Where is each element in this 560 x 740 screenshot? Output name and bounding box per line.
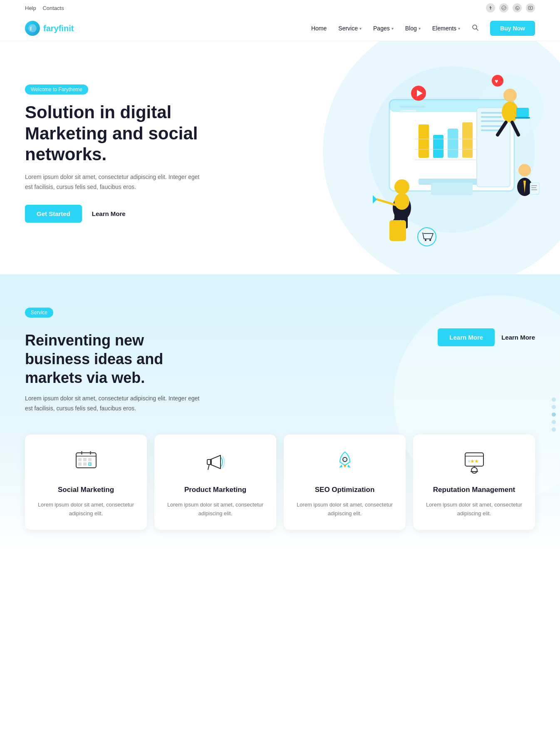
svg-point-52 — [418, 228, 436, 246]
card-2-title: Product Marketing — [164, 485, 267, 494]
svg-rect-59 — [88, 458, 92, 461]
service-left: Service Reinventing new business ideas a… — [25, 308, 200, 414]
hero-buttons: Get Started Learn More — [25, 205, 200, 223]
card-1-title: Social Marketing — [34, 485, 138, 494]
hero-title: Solution in digital Marketing and social… — [25, 102, 200, 165]
hero-illustration: ♥ — [335, 58, 543, 258]
svg-point-29 — [394, 179, 409, 194]
service-learn-more-outline-button[interactable]: Learn More — [501, 334, 535, 341]
card-social-marketing: Social Marketing Lorem ipsum dolor sit a… — [25, 435, 147, 530]
hero-description: Lorem ipsum dolor sit amet, consectetur … — [25, 172, 200, 192]
svg-point-54 — [429, 239, 431, 241]
svg-line-68 — [208, 464, 209, 469]
help-link[interactable]: Help — [25, 5, 36, 11]
svg-rect-21 — [400, 106, 425, 108]
service-title: Reinventing new business ideas and marke… — [25, 331, 200, 387]
topbar: Help Contacts — [0, 0, 560, 16]
search-icon[interactable] — [472, 24, 478, 32]
whatsapp-icon[interactable] — [513, 3, 522, 12]
svg-marker-3 — [530, 7, 532, 9]
card-4-desc: Lorem ipsum dolor sit amet, consectetur … — [422, 500, 526, 518]
card-4-title: Reputation Management — [422, 485, 526, 494]
svg-rect-46 — [531, 187, 536, 188]
youtube-icon[interactable] — [526, 3, 535, 12]
svg-rect-26 — [481, 120, 504, 122]
nav-service[interactable]: Service ▾ — [338, 25, 362, 32]
decoration-dots — [552, 397, 556, 432]
card-3-desc: Lorem ipsum dolor sit amet, consectetur … — [293, 500, 396, 518]
nav-elements[interactable]: Elements ▾ — [432, 25, 460, 32]
svg-rect-47 — [531, 189, 537, 190]
topbar-links: Help Contacts — [25, 5, 69, 11]
svg-line-7 — [476, 29, 478, 30]
svg-rect-58 — [83, 458, 87, 461]
logo-icon: f — [25, 21, 40, 36]
hero-section: Welcome to Farytheme Solution in digital… — [0, 41, 560, 274]
nav-pages[interactable]: Pages ▾ — [373, 25, 394, 32]
svg-point-75 — [471, 467, 477, 473]
svg-rect-41 — [515, 117, 530, 119]
svg-rect-15 — [433, 135, 444, 158]
contacts-link[interactable]: Contacts — [42, 5, 64, 11]
svg-rect-14 — [419, 124, 429, 158]
svg-point-36 — [503, 89, 517, 102]
svg-point-1 — [515, 6, 519, 10]
svg-text:♥: ♥ — [495, 78, 498, 84]
service-header: Service Reinventing new business ideas a… — [25, 308, 535, 414]
svg-rect-60 — [78, 462, 82, 466]
service-badge: Service — [25, 308, 53, 318]
nav-home[interactable]: Home — [311, 25, 327, 32]
svg-rect-17 — [462, 122, 473, 158]
svg-rect-57 — [78, 458, 82, 461]
svg-point-31 — [394, 193, 409, 210]
svg-point-42 — [518, 164, 531, 176]
card-2-desc: Lorem ipsum dolor sit amet, consectetur … — [164, 500, 267, 518]
card-seo-optimization: SEO Optimization Lorem ipsum dolor sit a… — [284, 435, 406, 530]
elements-chevron-icon: ▾ — [458, 26, 460, 31]
card-reputation-management: ★ ★ ★ Reputation Management Lorem ipsum … — [413, 435, 535, 530]
svg-rect-22 — [400, 110, 416, 112]
facebook-icon[interactable] — [486, 3, 495, 12]
blog-chevron-icon: ▾ — [419, 26, 421, 31]
svg-rect-16 — [448, 129, 458, 158]
service-learn-more-filled-button[interactable]: Learn More — [438, 328, 495, 346]
messenger-icon[interactable] — [499, 3, 508, 12]
product-marketing-icon — [201, 447, 230, 477]
nav-links: Home Service ▾ Pages ▾ Blog ▾ Elements ▾… — [311, 21, 535, 36]
nav-blog[interactable]: Blog ▾ — [405, 25, 421, 32]
svg-rect-44 — [530, 183, 539, 194]
svg-text:★: ★ — [474, 458, 479, 464]
svg-rect-13 — [431, 183, 473, 195]
hero-badge: Welcome to Farytheme — [25, 84, 88, 94]
svg-point-0 — [502, 6, 506, 10]
svg-rect-45 — [531, 185, 537, 186]
buy-now-button[interactable]: Buy Now — [490, 21, 535, 36]
topbar-social — [486, 3, 535, 12]
reputation-management-icon: ★ ★ ★ — [459, 447, 489, 477]
card-1-desc: Lorem ipsum dolor sit amet, consectetur … — [34, 500, 138, 518]
svg-rect-40 — [516, 108, 529, 117]
get-started-button[interactable]: Get Started — [25, 205, 82, 223]
hero-content: Welcome to Farytheme Solution in digital… — [25, 84, 200, 223]
learn-more-link[interactable]: Learn More — [92, 210, 126, 217]
social-marketing-icon — [71, 447, 101, 477]
svg-point-53 — [425, 239, 426, 241]
seo-optimization-icon — [330, 447, 360, 477]
svg-rect-28 — [481, 129, 500, 131]
service-cards: Social Marketing Lorem ipsum dolor sit a… — [25, 435, 535, 530]
card-3-title: SEO Optimization — [293, 485, 396, 494]
pages-chevron-icon: ▾ — [392, 26, 394, 31]
svg-rect-65 — [81, 451, 82, 454]
svg-rect-35 — [389, 220, 406, 241]
svg-text:★: ★ — [467, 458, 471, 464]
svg-point-4 — [28, 24, 37, 32]
card-product-marketing: Product Marketing Lorem ipsum dolor sit … — [154, 435, 276, 530]
svg-text:f: f — [30, 25, 32, 32]
service-buttons: Learn More Learn More — [438, 308, 535, 346]
svg-rect-66 — [90, 451, 91, 454]
svg-point-37 — [502, 102, 518, 122]
svg-rect-61 — [83, 462, 87, 466]
service-section: Service Reinventing new business ideas a… — [0, 274, 560, 555]
logo-brand: faryfinit — [43, 24, 74, 33]
logo[interactable]: f faryfinit — [25, 21, 74, 36]
